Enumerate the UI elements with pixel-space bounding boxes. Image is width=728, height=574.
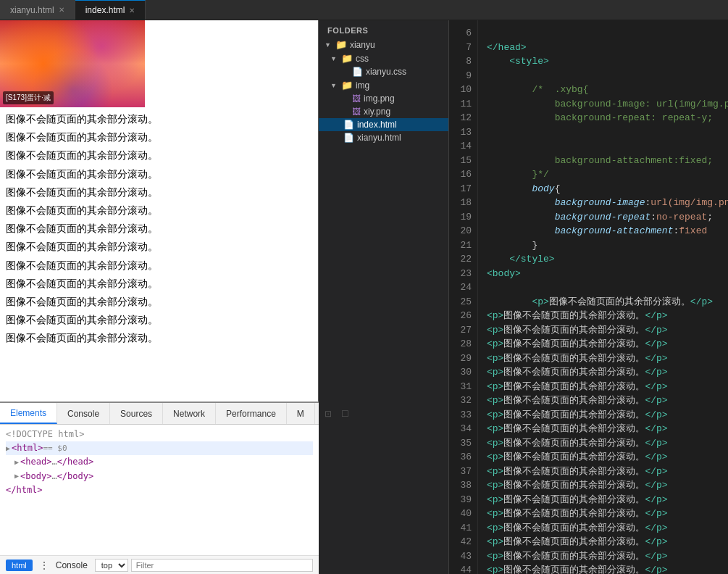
code-line: [487, 69, 728, 83]
dom-line-body[interactable]: ▶ <body> … </body>: [14, 470, 313, 483]
code-line: </head>: [487, 41, 728, 55]
devtools-icons: ⊡ ☐: [315, 403, 359, 424]
code-line: background-attachment:fixed: [487, 224, 728, 238]
devtools-tab-sources[interactable]: Sources: [110, 403, 163, 424]
line-numbers: 6789101112131415161718192021222324252627…: [449, 20, 478, 574]
file-icon: 📄: [343, 120, 354, 130]
code-line: <p>图像不会随页面的其余部分滚动。</p>: [487, 323, 728, 338]
dom-line-doctype: <!DOCTYPE html>: [6, 428, 313, 441]
top-tabs-bar: xianyu.html ✕ index.html ✕: [0, 0, 728, 20]
code-line: <p>图像不会随页面的其余部分滚动。</p>: [487, 309, 728, 323]
page-text-line: 图像不会随页面的其余部分滚动。: [6, 311, 312, 329]
page-text-line: 图像不会随页面的其余部分滚动。: [6, 128, 312, 146]
code-line: <p>图像不会随页面的其余部分滚动。</p>: [487, 422, 728, 436]
code-line: background-repeat: repeat-y;: [487, 111, 728, 125]
context-select[interactable]: top: [95, 559, 128, 572]
inspect-icon[interactable]: ⊡: [321, 407, 335, 421]
code-line: background-attachment:fixed;: [487, 154, 728, 168]
file-img-png[interactable]: 🖼 img.png: [319, 92, 448, 105]
devtools-tabs: Elements Console Sources Network Perform…: [0, 403, 319, 425]
code-editor: 6789101112131415161718192021222324252627…: [449, 20, 728, 574]
file-xianyu-css[interactable]: 📄 xianyu.css: [319, 65, 448, 78]
devtools-tab-performance[interactable]: Performance: [216, 403, 287, 424]
page-text-line: 图像不会随页面的其余部分滚动。: [6, 293, 312, 311]
filter-bar: top: [92, 559, 313, 572]
code-line: </style>: [487, 252, 728, 267]
dom-line-html[interactable]: ▶ <html> == $0: [6, 441, 313, 455]
code-line: <p>图像不会随页面的其余部分滚动。</p>: [487, 507, 728, 521]
code-line: }*/: [487, 167, 728, 182]
code-line: body{: [487, 182, 728, 196]
folder-xianyu[interactable]: ▼ 📁 xianyu: [319, 38, 448, 51]
page-text-lines: 图像不会随页面的其余部分滚动。图像不会随页面的其余部分滚动。图像不会随页面的其余…: [0, 107, 318, 350]
tab-close-icon[interactable]: ✕: [129, 7, 135, 14]
page-text-line: 图像不会随页面的其余部分滚动。: [6, 329, 312, 347]
devtools-tab-elements[interactable]: Elements: [0, 403, 57, 424]
code-content[interactable]: </head> <style> /* .xybg{ background-ima…: [478, 20, 728, 574]
code-line: [487, 280, 728, 295]
code-line: <style>: [487, 54, 728, 69]
device-icon[interactable]: ☐: [338, 407, 353, 421]
dom-expand-icon[interactable]: ▶: [14, 470, 19, 482]
code-line: <p>图像不会随页面的其余部分滚动。</p>: [487, 465, 728, 479]
editor-area: FOLDERS ▼ 📁 xianyu ▼ 📁 css: [319, 20, 728, 574]
three-dots-icon[interactable]: ⋮: [37, 560, 51, 571]
file-xiy-png[interactable]: 🖼 xiy.png: [319, 105, 448, 118]
file-icon: 📄: [352, 67, 363, 77]
browser-preview: [S173]蛋计·减 图像不会随页面的其余部分滚动。图像不会随页面的其余部分滚动…: [0, 20, 319, 402]
devtools-tab-more[interactable]: M: [287, 403, 315, 424]
code-line: <p>图像不会随页面的其余部分滚动。</p>: [487, 521, 728, 536]
file-index-html[interactable]: 📄 index.html: [319, 118, 448, 131]
code-line: <p>图像不会随页面的其余部分滚动。</p>: [487, 408, 728, 423]
image-badge: [S173]蛋计·减: [3, 91, 54, 104]
dom-tree: <!DOCTYPE html> ▶ <html> == $0 ▶ <head> …: [0, 425, 319, 555]
caret-icon: ▼: [325, 41, 331, 49]
folder-icon: 📁: [341, 80, 353, 91]
right-panel: FOLDERS ▼ 📁 xianyu ▼ 📁 css: [319, 20, 728, 574]
code-line: <p>图像不会随页面的其余部分滚动。</p>: [487, 337, 728, 352]
page-text-line: 图像不会随页面的其余部分滚动。: [6, 201, 312, 220]
code-line: <p>图像不会随页面的其余部分滚动。</p>: [487, 450, 728, 465]
browser-content: [S173]蛋计·减 图像不会随页面的其余部分滚动。图像不会随页面的其余部分滚动…: [0, 20, 318, 402]
folder-icon: 📁: [341, 53, 353, 64]
dom-line-head[interactable]: ▶ <head> … </head>: [14, 455, 313, 469]
page-text-line: 图像不会随页面的其余部分滚动。: [6, 275, 312, 293]
code-line: [487, 139, 728, 154]
html-badge[interactable]: html: [6, 560, 33, 571]
code-line: <body>: [487, 267, 728, 281]
code-line: <p>图像不会随页面的其余部分滚动。</p>: [487, 365, 728, 380]
dom-expand-icon[interactable]: ▶: [14, 457, 19, 468]
dom-expand-icon[interactable]: ▶: [6, 443, 10, 454]
code-line: background-repeat:no-repeat;: [487, 210, 728, 225]
caret-icon: ▼: [330, 55, 337, 62]
page-text-line: 图像不会随页面的其余部分滚动。: [6, 110, 312, 128]
filter-input[interactable]: [131, 559, 313, 572]
page-text-line: 图像不会随页面的其余部分滚动。: [6, 220, 312, 238]
devtools-tab-network[interactable]: Network: [163, 403, 216, 424]
file-xianyu-html[interactable]: 📄 xianyu.html: [319, 131, 448, 144]
code-line: <p>图像不会随页面的其余部分滚动。</p>: [487, 295, 728, 309]
code-line: [487, 125, 728, 140]
file-tree-header: FOLDERS: [319, 20, 448, 38]
code-line: /* .xybg{: [487, 83, 728, 97]
folder-css[interactable]: ▼ 📁 css: [319, 51, 448, 65]
code-line: <p>图像不会随页面的其余部分滚动。</p>: [487, 352, 728, 366]
code-line: <p>图像不会随页面的其余部分滚动。</p>: [487, 535, 728, 549]
page-text-line: 图像不会随页面的其余部分滚动。: [6, 165, 312, 183]
left-pane: [S173]蛋计·减 图像不会随页面的其余部分滚动。图像不会随页面的其余部分滚动…: [0, 20, 319, 574]
page-image: [S173]蛋计·减: [0, 20, 145, 107]
page-text-line: 图像不会随页面的其余部分滚动。: [6, 183, 312, 201]
devtools-panel: Elements Console Sources Network Perform…: [0, 402, 319, 574]
tab-close-icon[interactable]: ✕: [59, 6, 64, 14]
code-line: background-image: url(img/img.png);: [487, 97, 728, 112]
tab-xianyu-html[interactable]: xianyu.html ✕: [0, 0, 75, 20]
code-line: [487, 26, 728, 41]
devtools-footer: html ⋮ Console top: [0, 555, 319, 574]
devtools-tab-console[interactable]: Console: [57, 403, 110, 424]
folder-img[interactable]: ▼ 📁 img: [319, 78, 448, 92]
caret-icon: ▼: [330, 82, 337, 89]
file-icon: 🖼: [352, 107, 361, 117]
page-text-line: 图像不会随页面的其余部分滚动。: [6, 238, 312, 256]
tab-index-html[interactable]: index.html ✕: [75, 0, 146, 20]
console-label[interactable]: Console: [56, 560, 88, 570]
